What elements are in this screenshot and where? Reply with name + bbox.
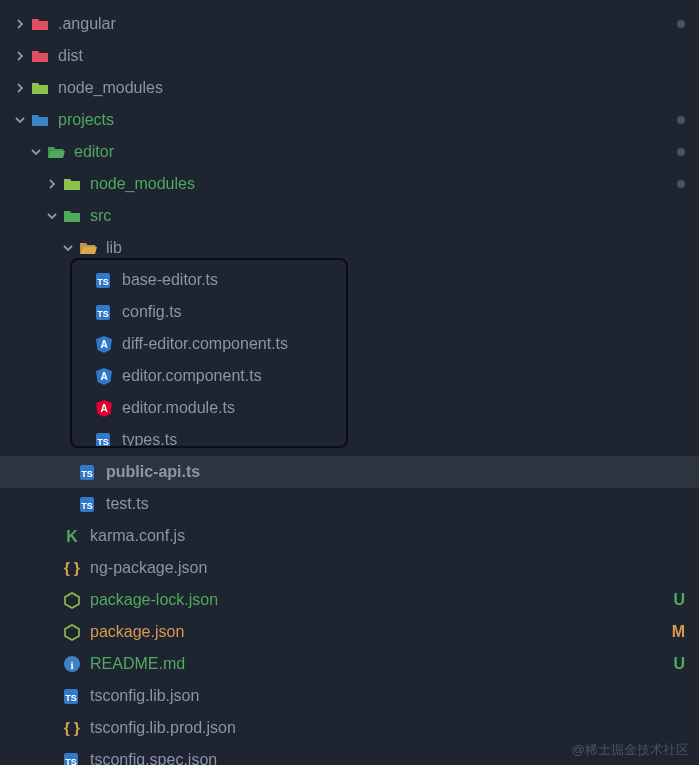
tree-item-label: dist	[58, 47, 83, 65]
angular-icon: A	[94, 334, 114, 354]
svg-text:TS: TS	[65, 693, 77, 703]
tree-row[interactable]: Kkarma.conf.js	[0, 520, 699, 552]
tree-row[interactable]: src	[0, 200, 699, 232]
tree-row[interactable]: node_modules	[0, 72, 699, 104]
tree-item-label: package-lock.json	[90, 591, 218, 609]
svg-text:TS: TS	[97, 309, 109, 319]
tree-row[interactable]: editor	[0, 136, 699, 168]
folder-node-icon	[62, 174, 82, 194]
modified-dot-icon	[677, 180, 685, 188]
tree-row[interactable]: TStypes.ts	[0, 424, 699, 456]
chevron-right-icon[interactable]	[10, 50, 30, 62]
tree-item-label: editor.component.ts	[122, 367, 262, 385]
folder-icon	[30, 46, 50, 66]
svg-text:TS: TS	[81, 469, 93, 479]
ts-icon: TS	[94, 270, 114, 290]
json-br-icon: { }	[62, 718, 82, 738]
tree-item-label: editor.module.ts	[122, 399, 235, 417]
tsconfig-icon: TS	[62, 750, 82, 765]
tree-item-label: lib	[106, 239, 122, 257]
tree-item-label: node_modules	[90, 175, 195, 193]
modified-dot-icon	[677, 116, 685, 124]
angular-icon: A	[94, 398, 114, 418]
svg-text:TS: TS	[65, 757, 77, 765]
tree-row[interactable]: package-lock.jsonU	[0, 584, 699, 616]
tree-row[interactable]: Adiff-editor.component.ts	[0, 328, 699, 360]
tree-row[interactable]: projects	[0, 104, 699, 136]
file-tree: .angulardistnode_modulesprojectseditorno…	[0, 0, 699, 765]
tree-row[interactable]: TStest.ts	[0, 488, 699, 520]
npm-icon	[62, 622, 82, 642]
tree-row[interactable]: TSpublic-api.ts	[0, 456, 699, 488]
git-status-badge: U	[673, 655, 685, 673]
ts-icon: TS	[94, 302, 114, 322]
tree-row[interactable]: TStsconfig.lib.json	[0, 680, 699, 712]
svg-text:i: i	[70, 659, 73, 671]
folder-open-icon	[46, 142, 66, 162]
modified-dot-icon	[677, 20, 685, 28]
tree-item-label: package.json	[90, 623, 184, 641]
tree-row[interactable]: dist	[0, 40, 699, 72]
chevron-down-icon[interactable]	[26, 146, 46, 158]
folder-angular-icon	[30, 14, 50, 34]
tree-item-label: ng-package.json	[90, 559, 207, 577]
tree-row[interactable]: { }ng-package.json	[0, 552, 699, 584]
info-icon: i	[62, 654, 82, 674]
karma-icon: K	[62, 526, 82, 546]
svg-text:TS: TS	[97, 277, 109, 287]
tree-item-label: karma.conf.js	[90, 527, 185, 545]
folder-src-icon	[62, 206, 82, 226]
chevron-right-icon[interactable]	[10, 82, 30, 94]
svg-text:A: A	[100, 403, 107, 414]
svg-text:K: K	[66, 528, 78, 545]
chevron-right-icon[interactable]	[10, 18, 30, 30]
tree-row[interactable]: package.jsonM	[0, 616, 699, 648]
folder-open-icon	[78, 238, 98, 258]
tree-row[interactable]: iREADME.mdU	[0, 648, 699, 680]
tsconfig-icon: TS	[62, 686, 82, 706]
npm-icon	[62, 590, 82, 610]
tree-item-label: README.md	[90, 655, 185, 673]
tree-row[interactable]: TSconfig.ts	[0, 296, 699, 328]
tree-item-label: config.ts	[122, 303, 182, 321]
svg-text:{ }: { }	[64, 719, 80, 736]
tree-row[interactable]: Aeditor.module.ts	[0, 392, 699, 424]
tree-item-label: tsconfig.lib.prod.json	[90, 719, 236, 737]
tree-row[interactable]: { }tsconfig.lib.prod.json	[0, 712, 699, 744]
tree-row[interactable]: Aeditor.component.ts	[0, 360, 699, 392]
tree-item-label: editor	[74, 143, 114, 161]
chevron-right-icon[interactable]	[42, 178, 62, 190]
json-br-icon: { }	[62, 558, 82, 578]
chevron-down-icon[interactable]	[42, 210, 62, 222]
modified-dot-icon	[677, 148, 685, 156]
svg-text:{ }: { }	[64, 559, 80, 576]
tree-item-label: types.ts	[122, 431, 177, 449]
angular-icon: A	[94, 366, 114, 386]
tree-item-label: src	[90, 207, 111, 225]
chevron-down-icon[interactable]	[58, 242, 78, 254]
git-status-badge: M	[672, 623, 685, 641]
tree-row[interactable]: lib	[0, 232, 699, 264]
folder-project-icon	[30, 110, 50, 130]
tree-item-label: tsconfig.lib.json	[90, 687, 199, 705]
tree-item-label: .angular	[58, 15, 116, 33]
svg-text:TS: TS	[97, 437, 109, 447]
git-status-badge: U	[673, 591, 685, 609]
tree-row[interactable]: TSbase-editor.ts	[0, 264, 699, 296]
tree-item-label: public-api.ts	[106, 463, 200, 481]
svg-text:A: A	[100, 371, 107, 382]
tree-row[interactable]: node_modules	[0, 168, 699, 200]
tree-row[interactable]: .angular	[0, 8, 699, 40]
ts-icon: TS	[78, 462, 98, 482]
svg-text:TS: TS	[81, 501, 93, 511]
tree-item-label: diff-editor.component.ts	[122, 335, 288, 353]
chevron-down-icon[interactable]	[10, 114, 30, 126]
tree-item-label: tsconfig.spec.json	[90, 751, 217, 765]
ts-icon: TS	[94, 430, 114, 450]
tree-item-label: test.ts	[106, 495, 149, 513]
tree-item-label: node_modules	[58, 79, 163, 97]
watermark: @稀土掘金技术社区	[572, 741, 689, 759]
tree-item-label: projects	[58, 111, 114, 129]
tree-item-label: base-editor.ts	[122, 271, 218, 289]
svg-text:A: A	[100, 339, 107, 350]
